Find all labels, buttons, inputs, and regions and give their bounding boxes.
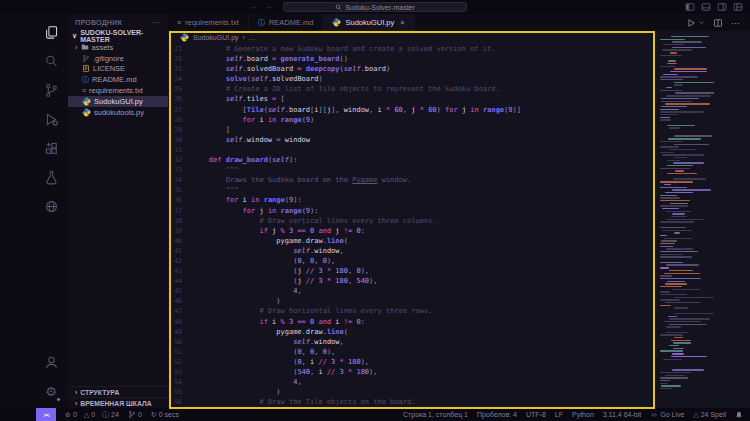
workspace-root-folder[interactable]: ∨ SUDOKU-SOLVER-MASTER bbox=[68, 30, 168, 42]
run-python-file-button[interactable] bbox=[686, 18, 705, 28]
breadcrumb-file[interactable]: SudokuGUI.py bbox=[193, 34, 239, 41]
code-line[interactable]: 56 # Draw the Tile objects on the board. bbox=[168, 397, 654, 407]
status-spell-checker[interactable]: △24 Spell bbox=[693, 411, 726, 419]
more-actions-icon[interactable]: ··· bbox=[731, 18, 740, 28]
extensions-icon[interactable] bbox=[38, 134, 64, 163]
code-line[interactable]: 50 self.window, bbox=[168, 337, 654, 347]
remote-explorer-icon[interactable] bbox=[38, 192, 64, 221]
code-line[interactable]: 24 solve(self.solvedBoard) bbox=[168, 74, 654, 84]
line-number: 34 bbox=[168, 175, 192, 185]
git-branch-status[interactable]: 0 bbox=[128, 410, 142, 419]
code-line[interactable]: 23 self.solvedBoard = deepcopy(self.boar… bbox=[168, 64, 654, 74]
customize-layout-icon[interactable] bbox=[733, 2, 743, 12]
file-item-sudokutools-py[interactable]: sudokutools.py bbox=[68, 107, 168, 118]
status-notifications[interactable] bbox=[735, 411, 743, 419]
remote-indicator[interactable]: >< bbox=[36, 408, 56, 421]
command-center-search[interactable]: Sudoku-Solver-master bbox=[283, 2, 467, 12]
run-icon bbox=[686, 18, 696, 28]
breadcrumb-symbol[interactable]: … bbox=[249, 34, 256, 41]
code-line[interactable]: 49 pygame.draw.line( bbox=[168, 327, 654, 337]
status-indentation[interactable]: Пробелов: 4 bbox=[477, 411, 517, 418]
code-line[interactable]: 30 self.window = window bbox=[168, 135, 654, 145]
code-line[interactable]: 26 self.tiles = [ bbox=[168, 94, 654, 104]
status-encoding[interactable]: UTF-8 bbox=[526, 411, 546, 418]
code-line[interactable]: 47 # Draw horizontal lines every three r… bbox=[168, 306, 654, 316]
code-line[interactable]: 55 ) bbox=[168, 387, 654, 397]
settings-gear-icon[interactable]: ⚙ bbox=[38, 377, 64, 406]
line-content: self.window, bbox=[192, 246, 344, 256]
file-item-requirements-txt[interactable]: ≡requirements.txt bbox=[68, 85, 168, 96]
line-number: 36 bbox=[168, 195, 192, 205]
line-content: Draws the Sudoku board on the Pygame win… bbox=[192, 175, 411, 185]
code-line[interactable]: 21 # Generate a new Sudoku board and cre… bbox=[168, 44, 654, 54]
zoom-window-button[interactable] bbox=[35, 4, 42, 11]
code-line[interactable]: 41 self.window, bbox=[168, 246, 654, 256]
file-item-assets[interactable]: ›assets bbox=[68, 42, 168, 53]
minimize-window-button[interactable] bbox=[23, 4, 30, 11]
code-line[interactable]: 29 ] bbox=[168, 125, 654, 135]
line-number: 23 bbox=[168, 64, 192, 74]
line-number: 41 bbox=[168, 246, 192, 256]
code-line[interactable]: 40 pygame.draw.line( bbox=[168, 236, 654, 246]
status-python-version[interactable]: 3.11.4 64-bit bbox=[603, 411, 641, 418]
minimap[interactable] bbox=[659, 36, 714, 402]
status-language-mode[interactable]: Python bbox=[572, 411, 594, 418]
code-line[interactable]: 46 ) bbox=[168, 296, 654, 306]
code-line[interactable]: 42 (0, 0, 0), bbox=[168, 256, 654, 266]
code-line[interactable]: 52 (0, i // 3 * 180), bbox=[168, 357, 654, 367]
code-editor[interactable]: 21 # Generate a new Sudoku board and cre… bbox=[168, 44, 654, 408]
status-eol[interactable]: LF bbox=[555, 411, 563, 418]
code-line[interactable]: 48 if i % 3 == 0 and i != 0: bbox=[168, 317, 654, 327]
line-number: 21 bbox=[168, 44, 192, 54]
forward-icon[interactable]: → bbox=[264, 2, 272, 12]
code-line[interactable]: 38 # Draw vertical lines every three col… bbox=[168, 216, 654, 226]
file-item-license[interactable]: LICENSE bbox=[68, 64, 168, 75]
timer-status[interactable]: ↻0 secs bbox=[151, 411, 179, 419]
toggle-sidebar-icon[interactable] bbox=[685, 2, 695, 12]
code-line[interactable]: 27 [Tile(self.board[i][j], window, i * 6… bbox=[168, 105, 654, 115]
close-icon[interactable]: × bbox=[400, 18, 404, 27]
chevron-down-icon[interactable] bbox=[698, 19, 705, 26]
line-content: (0, 0, 0), bbox=[192, 256, 335, 266]
close-window-button[interactable] bbox=[11, 4, 18, 11]
explorer-icon[interactable] bbox=[38, 18, 64, 47]
tab-requirements-txt[interactable]: ≡requirements.txt bbox=[168, 14, 249, 31]
code-line[interactable]: 28 for i in range(9) bbox=[168, 115, 654, 125]
testing-icon[interactable] bbox=[38, 163, 64, 192]
code-line[interactable]: 33 """ bbox=[168, 165, 654, 175]
toggle-panel-icon[interactable] bbox=[701, 2, 711, 12]
status-cursor-position[interactable]: Строка 1, столбец 1 bbox=[403, 411, 468, 418]
code-line[interactable]: 44 (j // 3 * 180, 540), bbox=[168, 276, 654, 286]
code-line[interactable]: 54 4, bbox=[168, 377, 654, 387]
status-go-live[interactable]: Go Live bbox=[650, 411, 684, 419]
code-line[interactable]: 45 4, bbox=[168, 286, 654, 296]
code-line[interactable]: 53 (540, i // 3 * 180), bbox=[168, 367, 654, 377]
tab-sudokugui-py[interactable]: SudokuGUI.py× bbox=[323, 14, 414, 31]
panel-временная-шкала[interactable]: ›ВРЕМЕННАЯ ШКАЛА bbox=[68, 397, 168, 408]
code-line[interactable]: 22 self.board = generate_board() bbox=[168, 54, 654, 64]
account-icon[interactable] bbox=[38, 348, 64, 377]
problems-status[interactable]: ⊘0△0ⓘ24 bbox=[65, 410, 119, 420]
code-line[interactable]: 37 for j in range(9): bbox=[168, 206, 654, 216]
run-debug-icon[interactable] bbox=[38, 105, 64, 134]
file-item-sudokugui-py[interactable]: SudokuGUI.py bbox=[68, 96, 168, 107]
split-editor-icon[interactable] bbox=[713, 18, 723, 28]
panel-структура[interactable]: ›СТРУКТУРА bbox=[68, 386, 168, 397]
tab-readme-md[interactable]: ⓘREADME.md bbox=[249, 14, 324, 31]
code-line[interactable]: 25 # Create a 2D list of Tile objects to… bbox=[168, 84, 654, 94]
source-control-icon[interactable] bbox=[38, 76, 64, 105]
code-line[interactable]: 43 (j // 3 * 180, 0), bbox=[168, 266, 654, 276]
code-line[interactable]: 35 """ bbox=[168, 185, 654, 195]
file-item-readme-md[interactable]: ⓘREADME.md bbox=[68, 74, 168, 85]
toggle-secondary-sidebar-icon[interactable] bbox=[717, 2, 727, 12]
more-actions-icon[interactable]: ··· bbox=[153, 19, 161, 26]
file-item-gitignore[interactable]: .gitignore bbox=[68, 53, 168, 64]
code-line[interactable]: 32 def draw_board(self): bbox=[168, 155, 654, 165]
code-line[interactable]: 39 if j % 3 == 0 and j != 0: bbox=[168, 226, 654, 236]
code-line[interactable]: 51 (0, 0, 0), bbox=[168, 347, 654, 357]
code-line[interactable]: 36 for i in range(9): bbox=[168, 195, 654, 205]
code-line[interactable]: 31 bbox=[168, 145, 654, 155]
code-line[interactable]: 34 Draws the Sudoku board on the Pygame … bbox=[168, 175, 654, 185]
search-view-icon[interactable] bbox=[38, 47, 64, 76]
back-icon[interactable]: ← bbox=[250, 2, 258, 12]
